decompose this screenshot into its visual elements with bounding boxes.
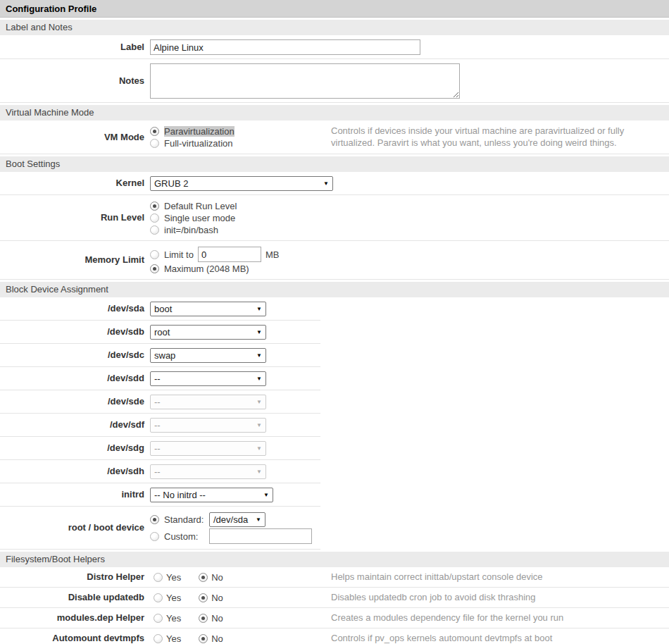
modules-dep-helper-no-radio[interactable] xyxy=(199,614,208,623)
run-level-init-bash-radio[interactable] xyxy=(150,225,159,235)
dropdown-arrow-icon: ▼ xyxy=(256,352,262,359)
dev-sdd-select[interactable]: -- ▼ xyxy=(150,371,266,386)
dev-sdg-label: /dev/sdg xyxy=(0,442,144,454)
kernel-select[interactable]: GRUB 2 ▼ xyxy=(150,176,333,191)
distro-helper-no-radio[interactable] xyxy=(199,573,208,582)
disable-updatedb-label: Disable updatedb xyxy=(0,592,144,604)
disable-updatedb-no-label[interactable]: No xyxy=(211,593,223,603)
section-virtual-machine-mode: Virtual Machine Mode xyxy=(0,105,669,120)
dev-sde-select-value: -- xyxy=(154,397,161,407)
dev-sde-label: /dev/sde xyxy=(0,396,144,408)
memory-maximum-option-label[interactable]: Maximum (2048 MB) xyxy=(164,264,249,274)
row-modules-dep-helper: modules.dep Helper Yes No Creates a modu… xyxy=(0,608,669,628)
full-virtualization-option-label[interactable]: Full-virtualization xyxy=(164,138,233,149)
row-vm-mode: VM Mode Paravirtualization Full-virtuali… xyxy=(0,120,669,154)
modules-dep-helper-no-label[interactable]: No xyxy=(211,613,223,624)
row-notes: Notes xyxy=(0,59,669,103)
notes-field-label: Notes xyxy=(0,75,144,87)
row-label: Label xyxy=(0,35,669,59)
dev-sdg-select: -- ▼ xyxy=(150,441,266,456)
distro-helper-help-text: Helps maintain correct inittab/upstart c… xyxy=(331,571,669,583)
row-dev-sda: /dev/sda boot ▼ xyxy=(0,297,669,321)
paravirtualization-radio[interactable] xyxy=(150,127,159,136)
automount-devtmpfs-yes-radio[interactable] xyxy=(154,634,163,643)
run-level-single-user-option-label[interactable]: Single user mode xyxy=(164,213,235,223)
root-device-standard-select[interactable]: /dev/sda ▼ xyxy=(209,512,265,527)
row-initrd: initrd -- No initrd -- ▼ xyxy=(0,483,669,507)
memory-maximum-radio[interactable] xyxy=(150,264,159,273)
root-device-standard-option-label[interactable]: Standard: xyxy=(164,514,209,525)
dev-sdh-select-value: -- xyxy=(154,466,161,477)
disable-updatedb-help-text: Disables updatedb cron job to avoid disk… xyxy=(331,592,669,604)
root-boot-device-label: root / boot device xyxy=(0,522,144,534)
paravirtualization-option-label[interactable]: Paravirtualization xyxy=(164,126,235,137)
row-dev-sdb: /dev/sdb root ▼ xyxy=(0,321,669,344)
initrd-select-value: -- No initrd -- xyxy=(154,490,206,500)
root-device-custom-input[interactable] xyxy=(209,528,312,544)
memory-limit-to-radio[interactable] xyxy=(150,250,159,259)
memory-limit-input[interactable] xyxy=(198,247,261,262)
section-boot-settings: Boot Settings xyxy=(0,156,669,172)
run-level-single-user-radio[interactable] xyxy=(150,213,159,223)
section-block-device-assignment: Block Device Assignment xyxy=(0,282,669,297)
dropdown-arrow-icon: ▼ xyxy=(256,516,261,523)
automount-devtmpfs-no-radio[interactable] xyxy=(199,634,208,643)
dev-sdd-select-value: -- xyxy=(154,373,161,384)
run-level-default-option-label[interactable]: Default Run Level xyxy=(164,201,237,211)
dev-sdc-select-value: swap xyxy=(154,350,175,361)
distro-helper-no-label[interactable]: No xyxy=(211,572,223,583)
row-distro-helper: Distro Helper Yes No Helps maintain corr… xyxy=(0,567,669,588)
vm-mode-help-text: Controls if devices inside your virtual … xyxy=(331,125,669,149)
automount-devtmpfs-help-text: Controls if pv_ops kernels automount dev… xyxy=(331,633,669,644)
dev-sdd-label: /dev/sdd xyxy=(0,373,144,385)
dev-sda-select[interactable]: boot ▼ xyxy=(150,302,266,316)
notes-textarea[interactable] xyxy=(150,63,460,99)
dev-sdb-select[interactable]: root ▼ xyxy=(150,325,266,340)
dev-sdh-label: /dev/sdh xyxy=(0,466,144,478)
modules-dep-helper-help-text: Creates a modules dependency file for th… xyxy=(331,612,669,624)
modules-dep-helper-yes-radio[interactable] xyxy=(154,614,163,623)
initrd-label: initrd xyxy=(0,489,144,501)
row-root-boot-device: root / boot device Standard: /dev/sda ▼ … xyxy=(0,507,669,550)
dropdown-arrow-icon: ▼ xyxy=(323,180,329,187)
dev-sdb-label: /dev/sdb xyxy=(0,326,144,338)
kernel-select-value: GRUB 2 xyxy=(154,178,188,189)
section-label-and-notes: Label and Notes xyxy=(0,20,669,35)
disable-updatedb-no-radio[interactable] xyxy=(199,593,208,602)
automount-devtmpfs-label: Automount devtmpfs xyxy=(0,633,144,644)
disable-updatedb-yes-label[interactable]: Yes xyxy=(166,593,181,603)
memory-limit-label: Memory Limit xyxy=(0,254,144,266)
automount-devtmpfs-yes-label[interactable]: Yes xyxy=(166,633,181,644)
run-level-init-bash-option-label[interactable]: init=/bin/bash xyxy=(164,225,218,235)
root-device-custom-radio[interactable] xyxy=(150,532,159,541)
full-virtualization-radio[interactable] xyxy=(150,139,159,148)
row-dev-sde: /dev/sde -- ▼ xyxy=(0,390,669,414)
root-device-custom-option-label[interactable]: Custom: xyxy=(164,531,209,542)
dropdown-arrow-icon: ▼ xyxy=(256,399,262,405)
dev-sda-label: /dev/sda xyxy=(0,303,144,315)
distro-helper-yes-radio[interactable] xyxy=(154,573,163,582)
dev-sdh-select: -- ▼ xyxy=(150,464,266,479)
distro-helper-yes-label[interactable]: Yes xyxy=(166,572,181,583)
page-title: Configuration Profile xyxy=(0,0,669,18)
dropdown-arrow-icon: ▼ xyxy=(256,422,262,428)
dev-sdf-label: /dev/sdf xyxy=(0,419,144,431)
disable-updatedb-yes-radio[interactable] xyxy=(154,593,163,602)
run-level-label: Run Level xyxy=(0,212,144,224)
memory-limit-to-option-label[interactable]: Limit to xyxy=(164,249,194,260)
row-memory-limit: Memory Limit Limit to MB Maximum (2048 M… xyxy=(0,241,669,280)
modules-dep-helper-yes-label[interactable]: Yes xyxy=(166,613,181,624)
vm-mode-label: VM Mode xyxy=(0,132,144,144)
memory-limit-unit-label: MB xyxy=(265,249,280,260)
root-device-standard-radio[interactable] xyxy=(150,515,159,524)
dev-sde-select: -- ▼ xyxy=(150,395,266,409)
label-input[interactable] xyxy=(150,39,420,55)
run-level-default-radio[interactable] xyxy=(150,202,159,211)
dev-sdc-select[interactable]: swap ▼ xyxy=(150,348,266,363)
automount-devtmpfs-no-label[interactable]: No xyxy=(211,633,223,644)
dropdown-arrow-icon: ▼ xyxy=(256,329,262,335)
initrd-select[interactable]: -- No initrd -- ▼ xyxy=(150,488,273,502)
dev-sdf-select-value: -- xyxy=(154,420,161,431)
dev-sdg-select-value: -- xyxy=(154,443,161,454)
dev-sda-select-value: boot xyxy=(154,304,172,314)
